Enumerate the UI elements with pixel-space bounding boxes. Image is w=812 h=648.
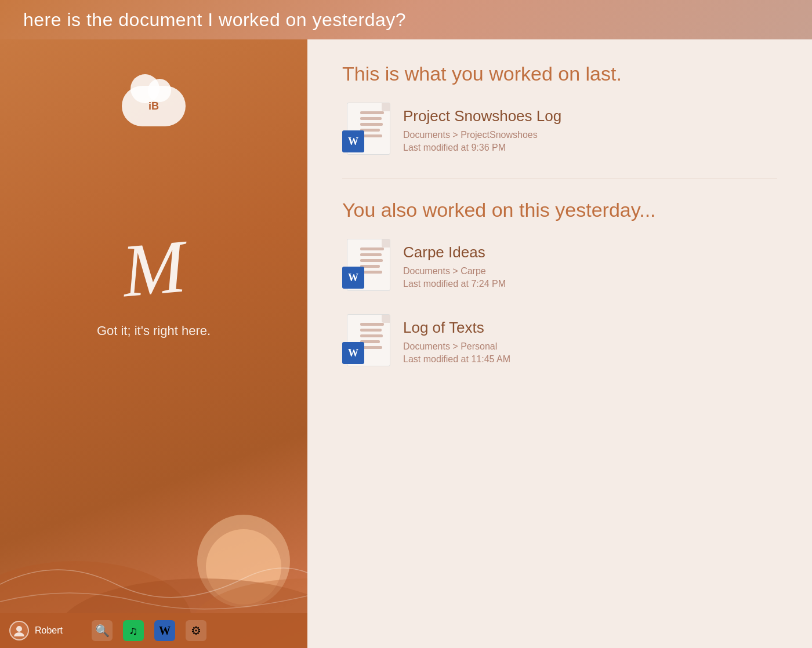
secondary-file-path-2: Documents > Personal — [403, 341, 777, 352]
word-doc-icon-3: W — [342, 314, 386, 366]
secondary-file-modified-2: Last modified at 11:45 AM — [403, 354, 777, 365]
primary-heading: This is what you worked on last. — [342, 63, 777, 85]
primary-file-info: Project Snowshoes Log Documents > Projec… — [403, 103, 777, 153]
user-avatar — [9, 621, 29, 640]
taskbar-steam-icon[interactable]: ⚙ — [186, 620, 206, 641]
word-doc-icon-2: W — [342, 239, 386, 291]
taskbar-spotify-icon[interactable]: ♫ — [123, 620, 144, 641]
user-name: Robert — [35, 625, 63, 636]
taskbar-word-icon[interactable]: W — [154, 620, 175, 641]
secondary-file-name-1: Carpe Ideas — [403, 243, 777, 261]
word-doc-icon-1: W — [342, 103, 386, 155]
primary-file-item[interactable]: W Project Snowshoes Log Documents > Proj… — [342, 103, 777, 155]
taskbar: Robert 🔍 ♫ W ⚙ — [0, 613, 307, 648]
taskbar-user: Robert — [9, 621, 63, 640]
secondary-file-info-1: Carpe Ideas Documents > Carpe Last modif… — [403, 239, 777, 289]
user-icon — [13, 625, 25, 636]
primary-file-name: Project Snowshoes Log — [403, 107, 777, 125]
secondary-file-name-2: Log of Texts — [403, 319, 777, 337]
query-text: here is the document I worked on yesterd… — [23, 9, 406, 31]
primary-file-path: Documents > ProjectSnowshoes — [403, 130, 777, 140]
primary-file-modified: Last modified at 9:36 PM — [403, 143, 777, 153]
query-bar: here is the document I worked on yesterd… — [0, 0, 812, 39]
response-text: Got it; it's right here. — [97, 323, 211, 338]
cloud-icon: iB — [122, 86, 186, 126]
svg-point-6 — [14, 632, 24, 636]
svg-point-5 — [16, 626, 22, 632]
landscape-illustration — [0, 468, 307, 613]
secondary-file-info-2: Log of Texts Documents > Personal Last m… — [403, 314, 777, 365]
cursive-signature: M — [119, 228, 188, 309]
taskbar-icons: 🔍 ♫ W ⚙ — [92, 620, 206, 641]
content-area: iB M Got it; it's right here. — [0, 39, 812, 648]
main-container: here is the document I worked on yesterd… — [0, 0, 812, 648]
secondary-file-path-1: Documents > Carpe — [403, 266, 777, 276]
secondary-file-modified-1: Last modified at 7:24 PM — [403, 279, 777, 289]
word-badge-1: W — [342, 130, 364, 152]
left-panel: iB M Got it; it's right here. — [0, 39, 307, 648]
secondary-file-item-2[interactable]: W Log of Texts Documents > Personal Last… — [342, 314, 777, 366]
secondary-file-item-1[interactable]: W Carpe Ideas Documents > Carpe Last mod… — [342, 239, 777, 291]
right-panel: This is what you worked on last. W — [307, 39, 812, 648]
taskbar-search-icon[interactable]: 🔍 — [92, 620, 113, 641]
secondary-heading: You also worked on this yesterday... — [342, 199, 777, 221]
cloud-label: iB — [148, 100, 159, 112]
word-badge-3: W — [342, 342, 364, 364]
word-badge-2: W — [342, 267, 364, 289]
divider-1 — [342, 178, 777, 179]
